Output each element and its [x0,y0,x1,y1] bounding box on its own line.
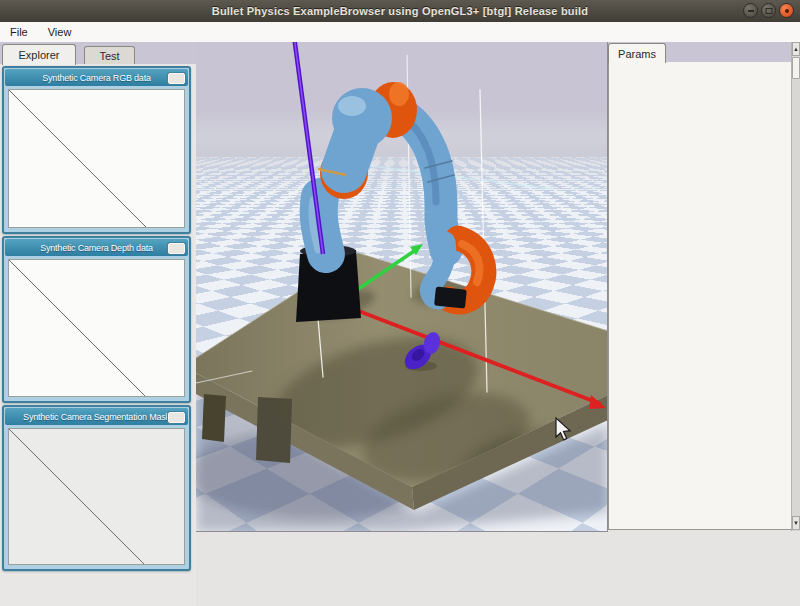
menu-file[interactable]: File [0,22,38,42]
tab-explorer[interactable]: Explorer [2,44,76,65]
params-scrollbar[interactable]: ▲ ▼ [791,42,800,531]
window-title: Bullet Physics ExampleBrowser using Open… [212,5,588,17]
window-titlebar[interactable]: Bullet Physics ExampleBrowser using Open… [0,0,800,23]
window-controls [743,3,794,18]
maximize-button[interactable] [761,3,776,18]
close-button[interactable] [779,3,794,18]
close-icon [785,9,789,13]
minimize-button[interactable] [743,3,758,18]
menu-bar: File View [0,22,800,43]
scroll-down-button[interactable]: ▼ [792,516,800,530]
params-panel [608,62,792,530]
menu-view[interactable]: View [38,22,82,42]
collapse-button[interactable] [168,243,185,254]
scrollbar-thumb[interactable] [792,57,800,79]
collapse-button[interactable] [168,412,185,423]
panel-camera-segmentation: Synthetic Camera Segmentation Mask [2,405,191,571]
panel-camera-rgb-title: Synthetic Camera RGB data [42,73,151,83]
tab-test[interactable]: Test [84,46,135,64]
scroll-up-button[interactable]: ▲ [792,42,800,56]
panel-camera-depth: Synthetic Camera Depth data [2,236,191,403]
minimize-icon [748,10,754,12]
panel-camera-rgb-titlebar[interactable]: Synthetic Camera RGB data [5,69,188,86]
maximize-icon [765,8,772,14]
3d-viewport[interactable] [196,42,608,532]
panel-camera-depth-titlebar[interactable]: Synthetic Camera Depth data [5,239,188,256]
panel-camera-depth-title: Synthetic Camera Depth data [40,243,153,253]
camera-segmentation-preview [8,428,185,565]
arrow-up-icon: ▲ [793,46,799,52]
camera-rgb-preview [8,89,185,228]
panel-camera-rgb: Synthetic Camera RGB data [2,66,191,234]
arrow-down-icon: ▼ [793,520,799,526]
camera-depth-preview [8,259,185,397]
tab-params[interactable]: Params [608,43,666,63]
collapse-button[interactable] [168,73,185,84]
scene-overlay [196,42,608,532]
panel-camera-segmentation-titlebar[interactable]: Synthetic Camera Segmentation Mask [5,408,188,425]
panel-camera-segmentation-title: Synthetic Camera Segmentation Mask [23,412,170,422]
